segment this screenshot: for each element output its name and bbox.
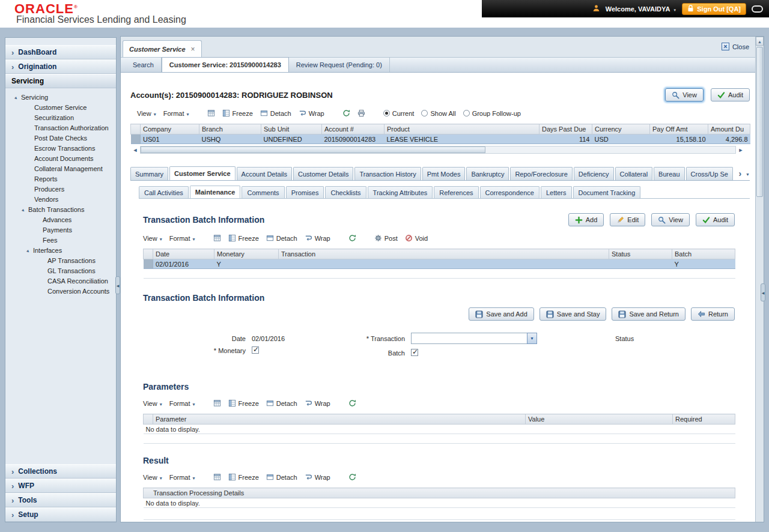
column-header-date[interactable]: Date xyxy=(153,249,214,259)
tab-list-menu-icon[interactable] xyxy=(746,170,750,177)
column-header-sub-unit[interactable]: Sub Unit xyxy=(261,124,322,135)
column-header-amount-due[interactable]: Amount Du xyxy=(708,124,750,135)
tree-item-securitization[interactable]: Securitization xyxy=(5,112,116,122)
tab-search[interactable]: Search xyxy=(126,57,162,72)
panel-collapse-handle[interactable] xyxy=(761,283,765,301)
void-button[interactable]: Void xyxy=(405,234,428,242)
detach-button[interactable]: Detach xyxy=(266,473,297,481)
tab-bureau[interactable]: Bureau xyxy=(654,167,684,180)
wrap-button[interactable]: Wrap xyxy=(305,399,330,407)
tree-item-payments[interactable]: Payments xyxy=(5,225,116,235)
wrap-button[interactable]: Wrap xyxy=(299,109,324,117)
filter-current-radio[interactable]: Current xyxy=(383,110,415,117)
sidebar-item-collections[interactable]: Collections xyxy=(5,464,116,479)
wrap-button[interactable]: Wrap xyxy=(305,473,330,481)
view-menu-button[interactable]: View xyxy=(143,400,162,407)
save-and-stay-button[interactable]: Save and Stay xyxy=(540,307,607,321)
account-grid-row[interactable]: US01 USHQ UNDEFINED 20150900014283 LEASE… xyxy=(131,135,750,144)
column-header-pay-off-amt[interactable]: Pay Off Amt xyxy=(650,124,708,135)
column-header-account-number[interactable]: Account # xyxy=(322,124,384,135)
tree-node-interfaces[interactable]: Interfaces xyxy=(5,245,116,255)
window-tab-customer-service[interactable]: Customer Service xyxy=(123,40,202,57)
close-button[interactable]: Close xyxy=(722,43,749,50)
column-header-required[interactable]: Required xyxy=(673,414,735,425)
sidebar-item-dashboard[interactable]: DashBoard xyxy=(5,45,116,59)
row-selector-cell[interactable] xyxy=(144,259,153,269)
tab-defici​ency[interactable]: Deficiency xyxy=(574,167,614,180)
subtab-tracking-attributes[interactable]: Tracking Attributes xyxy=(368,186,433,198)
tab-bankruptcy[interactable]: Bankruptcy xyxy=(466,167,509,180)
batch-audit-button[interactable]: Audit xyxy=(696,213,735,226)
column-header-days-past-due[interactable]: Days Past Due xyxy=(540,124,592,135)
export-table-icon[interactable] xyxy=(207,109,215,117)
tab-summary[interactable]: Summary xyxy=(130,167,168,180)
scrollbar-thumb[interactable] xyxy=(141,147,485,153)
tab-pmt-modes[interactable]: Pmt Modes xyxy=(422,167,466,180)
print-icon[interactable] xyxy=(357,109,365,117)
subtab-promises[interactable]: Promises xyxy=(286,186,324,198)
export-table-icon[interactable] xyxy=(213,399,221,407)
scrollbar-thumb[interactable] xyxy=(756,47,763,197)
column-header-batch[interactable]: Batch xyxy=(672,249,735,259)
tree-item-casa-reconciliation[interactable]: CASA Reconciliation xyxy=(5,276,116,286)
scrollbar-track[interactable] xyxy=(140,146,736,154)
format-menu-button[interactable]: Format xyxy=(169,474,195,481)
tab-review-request[interactable]: Review Request (Pending: 0) xyxy=(289,57,390,72)
wrap-button[interactable]: Wrap xyxy=(305,234,330,242)
tab-cross-up-sell[interactable]: Cross/Up Se xyxy=(686,167,733,180)
tree-item-collateral-management[interactable]: Collateral Management xyxy=(5,163,116,174)
tab-customer-service-account[interactable]: Customer Service: 20150900014283 xyxy=(162,57,289,72)
column-header-product[interactable]: Product xyxy=(384,124,540,135)
tab-account-details[interactable]: Account Details xyxy=(237,167,292,180)
subtab-call-activities[interactable]: Call Activities xyxy=(139,186,189,198)
tree-item-conversion-accounts[interactable]: Conversion Accounts xyxy=(5,286,116,296)
view-menu-button[interactable]: View xyxy=(143,235,162,242)
post-button[interactable]: Post xyxy=(374,234,398,242)
tab-customer-details[interactable]: Customer Details xyxy=(293,167,353,180)
save-and-add-button[interactable]: Save and Add xyxy=(469,307,534,321)
view-button[interactable]: View xyxy=(665,88,704,101)
sidebar-item-tools[interactable]: Tools xyxy=(5,493,116,507)
column-header-transaction-processing-details[interactable]: Transaction Processing Details xyxy=(144,488,735,498)
row-selector-cell[interactable] xyxy=(131,135,141,144)
column-header-monetary[interactable]: Monetary xyxy=(214,249,279,259)
sidebar-item-wfp[interactable]: WFP xyxy=(5,479,116,493)
add-button[interactable]: Add xyxy=(568,213,604,226)
tree-item-account-documents[interactable]: Account Documents xyxy=(5,153,116,163)
scroll-right-arrow[interactable] xyxy=(736,145,746,154)
format-menu-button[interactable]: Format xyxy=(163,110,189,117)
refresh-icon[interactable] xyxy=(348,473,356,481)
edit-button[interactable]: Edit xyxy=(610,213,645,226)
tree-item-post-date-checks[interactable]: Post Date Checks xyxy=(5,133,116,143)
format-menu-button[interactable]: Format xyxy=(169,400,195,407)
welcome-user-menu[interactable]: Welcome, VAVAIDYA xyxy=(606,5,677,13)
batch-view-button[interactable]: View xyxy=(651,213,690,226)
tab-close-icon[interactable] xyxy=(191,45,195,53)
tab-repo-foreclosure[interactable]: Repo/Foreclosure xyxy=(510,167,572,180)
return-button[interactable]: Return xyxy=(691,307,735,321)
column-header-company[interactable]: Company xyxy=(141,124,199,135)
tree-item-customer-service[interactable]: Customer Service xyxy=(5,102,116,112)
tree-node-servicing[interactable]: Servicing xyxy=(5,92,116,102)
freeze-button[interactable]: Freeze xyxy=(222,109,253,117)
tree-item-gl-transactions[interactable]: GL Transactions xyxy=(5,265,116,276)
monetary-checkbox[interactable] xyxy=(252,346,259,354)
column-header-parameter[interactable]: Parameter xyxy=(153,414,526,425)
freeze-button[interactable]: Freeze xyxy=(228,399,259,407)
transaction-combobox[interactable] xyxy=(411,333,537,344)
subtab-correspondence[interactable]: Correspondence xyxy=(480,186,540,198)
batch-checkbox[interactable] xyxy=(411,349,418,356)
tree-item-escrow-transactions[interactable]: Escrow Transactions xyxy=(5,143,116,153)
batch-grid-row[interactable]: 02/01/2016 Y Y xyxy=(144,259,735,269)
save-and-return-button[interactable]: Save and Return xyxy=(612,307,685,321)
subtab-letters[interactable]: Letters xyxy=(541,186,572,198)
detach-button[interactable]: Detach xyxy=(266,399,297,407)
tree-item-producers[interactable]: Producers xyxy=(5,184,116,194)
combo-dropdown-icon[interactable] xyxy=(527,333,537,344)
export-table-icon[interactable] xyxy=(213,473,221,481)
scroll-left-arrow[interactable] xyxy=(130,145,140,154)
sidebar-collapse-handle[interactable] xyxy=(115,276,120,294)
tree-item-transaction-authorization[interactable]: Transaction Authorization xyxy=(5,122,116,133)
view-menu-button[interactable]: View xyxy=(143,474,162,481)
refresh-icon[interactable] xyxy=(348,399,356,407)
